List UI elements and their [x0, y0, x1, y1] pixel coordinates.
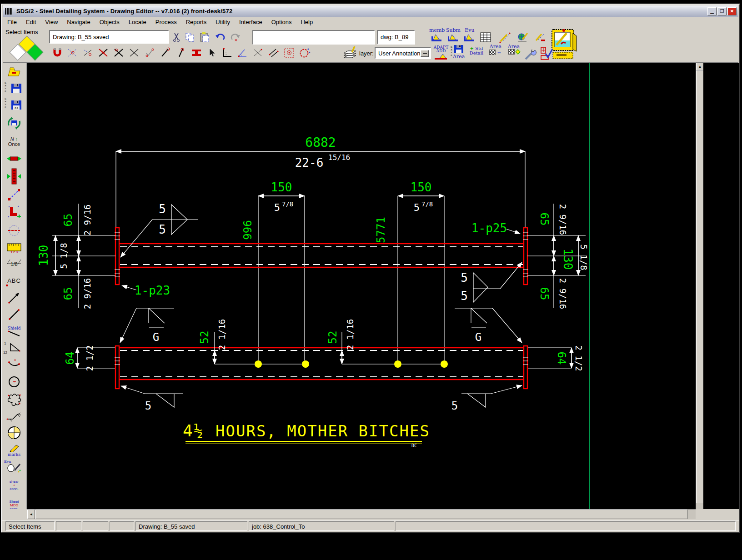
slope-symbol-button[interactable]: 112	[2, 340, 26, 356]
menu-help[interactable]: Help	[296, 18, 317, 26]
menu-interface[interactable]: Interface	[235, 18, 267, 26]
menu-objects[interactable]: Objects	[95, 18, 124, 26]
title-bar[interactable]: SDS/2 - Steel Detailing System - Drawing…	[3, 5, 738, 17]
point-snap-icon[interactable]	[66, 46, 79, 59]
drawing-canvas[interactable]: 6882 22-6 15/16 150 5 7/8 150 5 7/8 996 …	[27, 63, 696, 509]
pointer-icon[interactable]	[206, 46, 218, 59]
close-button[interactable]: ✕	[727, 7, 737, 15]
north-once-button[interactable]: N ↑Once	[2, 133, 26, 150]
vertical-scroll-thumb[interactable]	[696, 70, 704, 503]
circle-tool-icon[interactable]	[298, 46, 311, 59]
save-area-button[interactable]: Save Area	[450, 45, 466, 63]
angle-measure-icon[interactable]	[236, 46, 249, 59]
construction-line-icon[interactable]	[2, 186, 26, 203]
drawing-name-field[interactable]: Drawing: B_55 saved	[49, 30, 169, 44]
evu-detail-button[interactable]: Evu	[462, 28, 477, 46]
memb-triangle-icon	[431, 33, 443, 43]
paste-icon[interactable]	[198, 31, 211, 44]
scroll-up-button[interactable]: ▲	[696, 63, 704, 70]
menu-reports[interactable]: Reports	[181, 18, 211, 26]
open-drawing-button[interactable]	[2, 63, 26, 80]
zoom-box-icon[interactable]	[283, 46, 296, 59]
vertical-scrollbar[interactable]: ▲ ▼	[696, 63, 703, 519]
pencil-dimension-icon[interactable]	[498, 31, 511, 44]
arc-tool-button[interactable]	[2, 356, 26, 373]
area-swap-button[interactable]: Area ⇔	[487, 45, 504, 55]
copy-icon[interactable]	[184, 31, 196, 44]
redo-icon[interactable]: ✕	[229, 31, 242, 44]
square-corner-icon[interactable]	[221, 46, 234, 59]
parallel-lines-icon[interactable]	[267, 46, 280, 59]
erase-hole-icon[interactable]	[2, 222, 26, 239]
menu-utility[interactable]: Utility	[211, 18, 235, 26]
revision-cloud-button[interactable]	[2, 390, 26, 407]
line-end-icon[interactable]	[159, 46, 172, 59]
layer-dropdown[interactable]: User Annotation	[375, 47, 431, 59]
cross-icon[interactable]	[128, 46, 141, 59]
shield-tool-button[interactable]: Shield	[2, 323, 26, 340]
scale-button[interactable]: 1/8	[2, 255, 26, 272]
compress-member-button[interactable]	[2, 167, 26, 186]
cross-break-icon[interactable]	[97, 46, 110, 59]
evu-erase-button[interactable]: Evu	[2, 459, 26, 475]
svg-text:130: 130	[37, 245, 50, 266]
right-margin-panel	[703, 63, 739, 519]
svg-text:65: 65	[62, 287, 75, 300]
add-member-button[interactable]	[2, 203, 26, 222]
circle-tool-button[interactable]	[2, 373, 26, 390]
marks-button[interactable]: marks	[2, 442, 26, 459]
right-plate-dimensions: 65 2 9/16 130 5 1/8 65 2 9/16	[527, 204, 589, 309]
save-as-button[interactable]: Saveas	[2, 96, 26, 113]
stretch-horizontal-button[interactable]	[2, 150, 26, 167]
maximize-button[interactable]: ❐	[717, 7, 727, 15]
minimize-button[interactable]: ▁	[707, 7, 717, 15]
cut-icon[interactable]	[170, 31, 183, 44]
intersection-snap-icon[interactable]	[82, 46, 95, 59]
area-detail-button[interactable]: Area	[506, 45, 522, 55]
globe-pencil-icon[interactable]	[516, 31, 529, 44]
svg-text:2 9/16: 2 9/16	[558, 278, 568, 310]
save-button[interactable]: Save	[2, 80, 26, 96]
table-icon[interactable]	[479, 31, 492, 44]
memb-detail-button[interactable]: memb	[429, 28, 445, 46]
menu-edit[interactable]: Edit	[21, 18, 40, 26]
text-tool-button[interactable]: ABC	[2, 272, 26, 289]
plate-labels: 1-p23 1-p25	[122, 221, 520, 297]
layers-icon[interactable]	[343, 46, 357, 59]
ruler-button[interactable]: 1 2 3	[2, 239, 26, 255]
menu-file[interactable]: File	[3, 18, 21, 26]
thin-cross-icon[interactable]	[252, 46, 265, 59]
scroll-left-button[interactable]: ◄	[27, 510, 35, 519]
verify-points-icon[interactable]	[144, 46, 156, 59]
auto-save-button[interactable]	[2, 113, 26, 133]
beam-section-icon[interactable]	[190, 46, 203, 59]
weld-symbol-button[interactable]	[2, 407, 26, 424]
cross-point-icon[interactable]	[113, 46, 125, 59]
menu-process[interactable]: Process	[151, 18, 181, 26]
std-detail-button[interactable]: + StdDetail	[467, 46, 486, 55]
command-field[interactable]	[252, 30, 375, 45]
quadrant-circle-button[interactable]	[2, 424, 26, 442]
undo-icon[interactable]	[214, 31, 226, 44]
dwg-field[interactable]: dwg: B_89	[377, 30, 415, 45]
menu-options[interactable]: Options	[267, 18, 296, 26]
shear-conn-button[interactable]: shear+conn.	[2, 475, 26, 495]
subm-detail-button[interactable]: Subm	[446, 28, 461, 46]
weld-symbol-upper-left: 5 5	[120, 202, 198, 257]
pencil-erase-dim-icon[interactable]	[534, 31, 546, 44]
line-tool-button[interactable]	[2, 306, 26, 323]
horizontal-scrollbar[interactable]: ◄	[27, 509, 696, 519]
layer-dropdown-button[interactable]	[421, 50, 429, 57]
horizontal-scroll-thumb[interactable]	[35, 510, 687, 519]
bolt-check-icon[interactable]	[540, 46, 556, 61]
adapt-add-button[interactable]: ADAPTADD	[433, 45, 449, 62]
evu-triangle-icon	[464, 33, 476, 43]
arrow-tool-button[interactable]	[2, 289, 26, 306]
line-steep-icon[interactable]	[175, 46, 187, 59]
menu-navigate[interactable]: Navigate	[62, 18, 95, 26]
magnet-snap-icon[interactable]	[51, 46, 64, 59]
wrench-icon[interactable]	[524, 46, 538, 61]
menu-locate[interactable]: Locate	[124, 18, 151, 26]
menu-view[interactable]: View	[40, 18, 62, 26]
select-mode-diamonds[interactable]	[5, 35, 50, 61]
